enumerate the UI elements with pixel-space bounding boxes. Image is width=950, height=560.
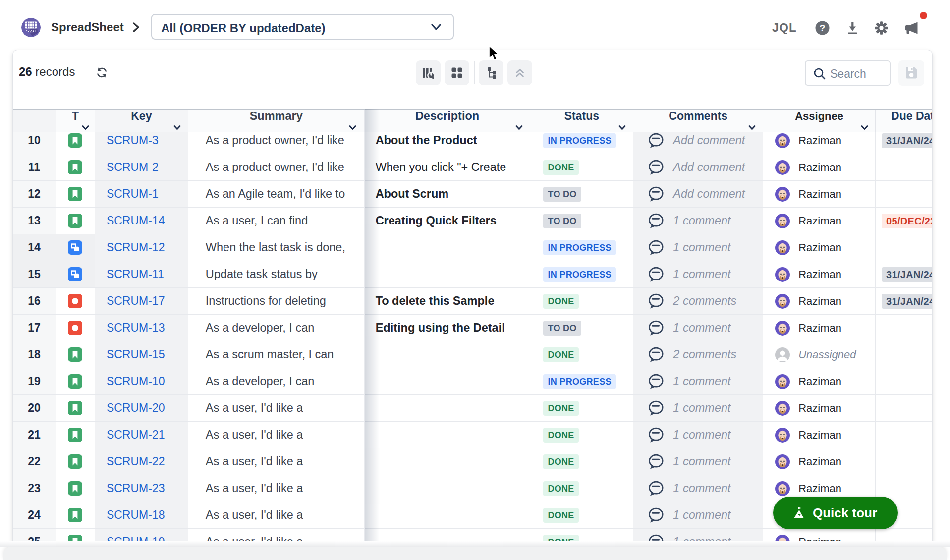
svg-text:?: ?: [820, 23, 826, 33]
